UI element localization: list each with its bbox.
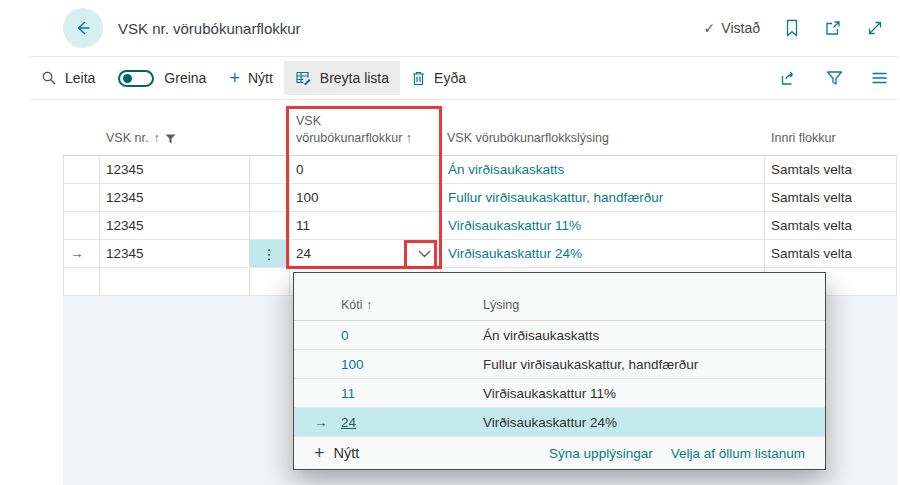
lookup-dropdown: Kóti ↑ Lýsing 0Án virðisaukaskatts100Ful… xyxy=(293,272,826,470)
selected-row-arrow-icon: → xyxy=(314,415,341,430)
dropdown-body: 0Án virðisaukaskatts100Fullur virðisauka… xyxy=(294,321,825,437)
select-from-full-list-link[interactable]: Velja af öllum listanum xyxy=(671,446,805,461)
sort-asc-icon: ↑ xyxy=(153,130,159,147)
show-details-link[interactable]: Sýna upplýsingar xyxy=(549,446,653,461)
cell-description-link[interactable]: Án virðisaukaskatts xyxy=(441,156,765,184)
edit-list-icon xyxy=(295,70,312,86)
analyze-toggle[interactable]: Greina xyxy=(106,70,218,87)
dropdown-row[interactable]: 0Án virðisaukaskatts xyxy=(294,321,825,350)
table-header-row: VSK nr. ↑ VSK vörubókunarflokkur ↑ VSK v… xyxy=(63,104,897,156)
cell-description-link[interactable]: Virðisaukaskattur 24% xyxy=(441,240,765,268)
plus-icon: + xyxy=(229,69,240,87)
new-button[interactable]: + Nýtt xyxy=(218,61,283,95)
back-button[interactable] xyxy=(63,8,103,48)
cell-inner-group[interactable]: Samtals velta xyxy=(765,212,897,240)
cell-inner-group[interactable]: Samtals velta xyxy=(765,156,897,184)
new-label: Nýtt xyxy=(248,70,273,86)
cell-description-link[interactable]: Fullur virðisaukaskattur, handfærður xyxy=(441,184,765,212)
share-icon[interactable] xyxy=(780,70,798,86)
trash-icon xyxy=(411,70,426,86)
row-options-cell[interactable]: ⋮ xyxy=(250,240,290,268)
table-row: 1234511Virðisaukaskattur 11%Samtals velt… xyxy=(63,212,897,240)
dropdown-row[interactable]: 100Fullur virðisaukaskattur, handfærður xyxy=(294,350,825,379)
row-options-cell xyxy=(250,156,290,184)
row-options-cell xyxy=(250,184,290,212)
cell-vsk-nr[interactable]: 12345 xyxy=(100,156,250,184)
ellipsis-icon[interactable]: ⋮ xyxy=(262,246,277,262)
row-options-cell xyxy=(250,212,290,240)
cell-description-link[interactable]: Virðisaukaskattur 11% xyxy=(441,212,765,240)
combobox-chevron-icon[interactable] xyxy=(418,250,431,258)
cell-vsk-nr[interactable]: 12345 xyxy=(100,184,250,212)
saved-label: Vistað xyxy=(721,20,760,36)
row-selector-cell[interactable] xyxy=(63,184,100,212)
row-selector-cell[interactable] xyxy=(63,268,100,296)
dropdown-cell-code[interactable]: 24 xyxy=(341,415,483,430)
dropdown-header-code[interactable]: Kóti ↑ xyxy=(341,298,483,312)
dropdown-new-button[interactable]: + Nýtt xyxy=(314,444,359,462)
expand-icon[interactable] xyxy=(866,19,884,37)
check-icon: ✓ xyxy=(704,20,716,36)
row-selector-cell[interactable] xyxy=(63,156,100,184)
sort-asc-icon: ↑ xyxy=(406,131,412,145)
dropdown-header-desc[interactable]: Lýsing xyxy=(483,298,825,312)
toggle-off-icon xyxy=(118,70,154,87)
header-description[interactable]: VSK vörubókunarflokkslýsing xyxy=(441,130,765,155)
dropdown-cell-description: Virðisaukaskattur 24% xyxy=(483,415,825,430)
cell-vsk-nr[interactable]: 12345 xyxy=(100,240,250,268)
cell-vsk-nr[interactable]: 12345 xyxy=(100,212,250,240)
analyze-label: Greina xyxy=(164,70,206,86)
page-title: VSK nr. vörubókunarflokkur xyxy=(118,20,301,37)
cell-vsk-nr[interactable] xyxy=(100,268,250,296)
edit-list-label: Breyta lista xyxy=(320,70,389,86)
dropdown-cell-code[interactable]: 100 xyxy=(341,357,483,372)
header-dots-column xyxy=(250,147,290,155)
sort-asc-icon: ↑ xyxy=(366,298,372,312)
row-options-cell xyxy=(250,268,290,296)
header-vsk-nr[interactable]: VSK nr. ↑ xyxy=(100,130,250,155)
row-selector-cell[interactable]: → xyxy=(63,240,100,268)
title-bar: VSK nr. vörubókunarflokkur ✓ Vistað xyxy=(0,0,900,56)
saved-status: ✓ Vistað xyxy=(704,20,760,36)
table-row: 12345100Fullur virðisaukaskattur, handfæ… xyxy=(63,184,897,212)
bookmark-icon[interactable] xyxy=(784,19,800,37)
header-vsk-posting-group[interactable]: VSK vörubókunarflokkur ↑ xyxy=(290,113,441,155)
table-row: 123450Án virðisaukaskattsSamtals velta xyxy=(63,156,897,184)
dropdown-row[interactable]: →24Virðisaukaskattur 24% xyxy=(294,408,825,437)
header-selector-column xyxy=(63,147,100,155)
dropdown-cell-description: Án virðisaukaskatts xyxy=(483,328,825,343)
search-button[interactable]: Leita xyxy=(30,61,106,95)
header-inner-group[interactable]: Innri flokkur xyxy=(765,130,897,155)
active-row-arrow-icon: → xyxy=(70,246,84,261)
dropdown-cell-description: Fullur virðisaukaskattur, handfærður xyxy=(483,357,825,372)
table-row: →12345⋮24Virðisaukaskattur 24%Samtals ve… xyxy=(63,240,897,268)
dropdown-cell-code[interactable]: 0 xyxy=(341,328,483,343)
cell-posting-group-code[interactable]: 0 xyxy=(290,156,441,184)
dropdown-cell-description: Virðisaukaskattur 11% xyxy=(483,386,825,401)
row-selector-cell[interactable] xyxy=(63,212,100,240)
filter-icon[interactable] xyxy=(826,70,843,86)
dropdown-row[interactable]: 11Virðisaukaskattur 11% xyxy=(294,379,825,408)
edit-list-button[interactable]: Breyta lista xyxy=(284,61,400,95)
search-icon xyxy=(41,70,57,86)
cell-inner-group[interactable]: Samtals velta xyxy=(765,184,897,212)
dropdown-footer: + Nýtt Sýna upplýsingar Velja af öllum l… xyxy=(294,437,825,469)
delete-label: Eyða xyxy=(434,70,466,86)
dropdown-header-row: Kóti ↑ Lýsing xyxy=(294,273,825,321)
delete-button[interactable]: Eyða xyxy=(400,61,477,95)
cell-posting-group-code[interactable]: 24 xyxy=(290,240,441,268)
dropdown-cell-code[interactable]: 11 xyxy=(341,386,483,401)
cell-posting-group-code[interactable]: 11 xyxy=(290,212,441,240)
open-in-new-window-icon[interactable] xyxy=(824,19,842,37)
plus-icon: + xyxy=(314,444,325,462)
action-toolbar: Leita Greina + Nýtt Breyta lista Eyða xyxy=(30,56,898,100)
back-arrow-icon xyxy=(73,18,93,38)
cell-posting-group-code[interactable]: 100 xyxy=(290,184,441,212)
search-label: Leita xyxy=(65,70,95,86)
cell-inner-group[interactable]: Samtals velta xyxy=(765,240,897,268)
views-list-icon[interactable] xyxy=(871,71,888,85)
column-filter-icon xyxy=(165,134,176,144)
